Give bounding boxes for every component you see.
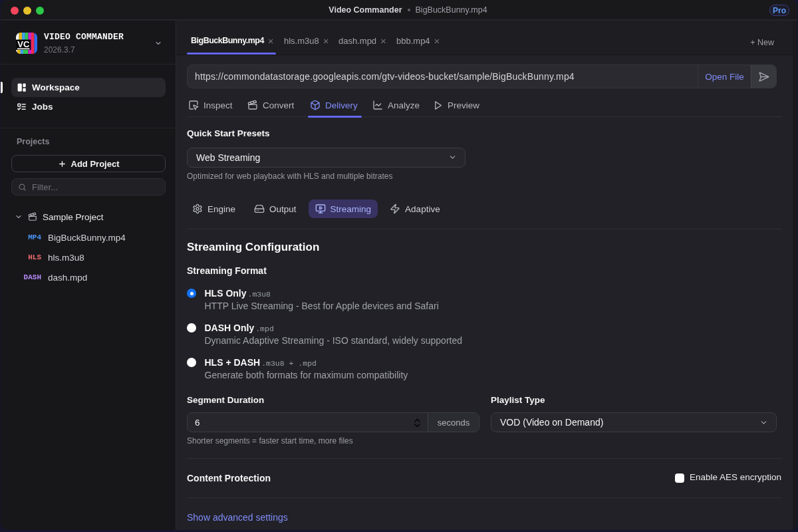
svg-text:VC: VC [17,39,30,49]
